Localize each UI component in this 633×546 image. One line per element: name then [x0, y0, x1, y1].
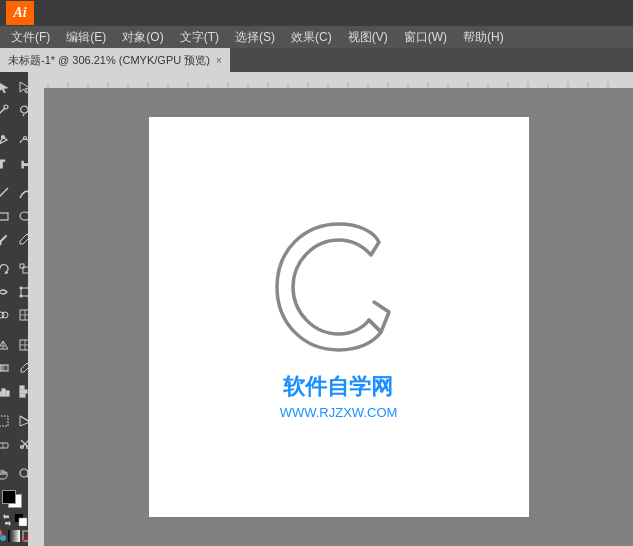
- live-paint-tool[interactable]: [14, 304, 28, 326]
- svg-rect-8: [0, 213, 8, 220]
- bar-graph-tool[interactable]: [14, 380, 28, 402]
- pencil-tool[interactable]: [14, 228, 28, 250]
- eraser-tool[interactable]: [0, 433, 14, 455]
- menu-window[interactable]: 窗口(W): [397, 27, 454, 48]
- rotate-tool[interactable]: [0, 258, 14, 280]
- perspective-grid-tool[interactable]: [0, 334, 14, 356]
- shape-builder-tool[interactable]: [0, 304, 14, 326]
- gradient-tool[interactable]: [0, 357, 14, 379]
- svg-line-7: [0, 188, 8, 198]
- svg-line-0: [0, 108, 5, 115]
- menu-view[interactable]: 视图(V): [341, 27, 395, 48]
- scale-tool[interactable]: [14, 258, 28, 280]
- svg-point-9: [20, 212, 28, 220]
- magic-wand-tool[interactable]: [0, 99, 14, 121]
- tool-group-gradient: [0, 357, 28, 379]
- svg-rect-34: [20, 394, 25, 397]
- c-logo: [259, 212, 419, 362]
- titlebar: Ai: [0, 0, 633, 26]
- document-tab[interactable]: 未标题-1* @ 306.21% (CMYK/GPU 预览) ×: [0, 48, 230, 72]
- svg-rect-53: [28, 72, 633, 88]
- eyedropper-tool[interactable]: [14, 357, 28, 379]
- tool-group-shape: [0, 205, 28, 227]
- ruler-left: [28, 88, 44, 546]
- svg-text:T: T: [20, 161, 28, 168]
- svg-rect-35: [0, 416, 8, 426]
- tool-group-magic: [0, 99, 28, 121]
- rectangle-tool[interactable]: [0, 205, 14, 227]
- svg-point-43: [20, 469, 28, 477]
- swap-colors-icon[interactable]: [1, 514, 13, 526]
- svg-point-1: [4, 105, 8, 109]
- color-swatches[interactable]: [2, 490, 26, 512]
- svg-rect-33: [20, 390, 27, 393]
- tabbar: 未标题-1* @ 306.21% (CMYK/GPU 预览) ×: [0, 48, 633, 72]
- vertical-type-tool[interactable]: T: [14, 152, 28, 174]
- menu-text[interactable]: 文字(T): [173, 27, 226, 48]
- tool-group-transform: [0, 258, 28, 280]
- column-graph-tool[interactable]: [0, 380, 14, 402]
- svg-rect-30: [2, 389, 5, 396]
- selection-tool[interactable]: [0, 76, 14, 98]
- tool-group-build: [0, 304, 28, 326]
- direct-selection-tool[interactable]: [14, 76, 28, 98]
- canvas-area: 软件自学网 WWW.RJZXW.COM: [28, 72, 633, 546]
- color-icons-row: [1, 514, 27, 526]
- tool-group-artboard: [0, 410, 28, 432]
- menu-effect[interactable]: 效果(C): [284, 27, 339, 48]
- svg-rect-37: [0, 443, 8, 448]
- toolbar: T T: [0, 72, 28, 546]
- slice-tool[interactable]: [14, 410, 28, 432]
- svg-point-49: [0, 535, 6, 541]
- line-tool[interactable]: [0, 182, 14, 204]
- svg-point-47: [0, 530, 2, 536]
- menu-file[interactable]: 文件(F): [4, 27, 57, 48]
- stroke-black-swatch[interactable]: [2, 490, 16, 504]
- tool-group-line: [0, 182, 28, 204]
- default-colors-icon[interactable]: [15, 514, 27, 526]
- menu-edit[interactable]: 编辑(E): [59, 27, 113, 48]
- svg-point-4: [24, 137, 27, 140]
- svg-rect-29: [0, 392, 1, 396]
- hand-tool[interactable]: [0, 463, 14, 485]
- color-icon[interactable]: [0, 530, 6, 542]
- scissors-tool[interactable]: [14, 433, 28, 455]
- tool-group-warp: [0, 281, 28, 303]
- svg-rect-32: [20, 386, 24, 389]
- color-area: [0, 486, 28, 546]
- type-tool[interactable]: T: [0, 152, 14, 174]
- svg-line-36: [20, 416, 28, 422]
- svg-line-2: [23, 114, 24, 116]
- artboard-tool[interactable]: [0, 410, 14, 432]
- svg-point-15: [20, 287, 22, 289]
- free-transform-tool[interactable]: [14, 281, 28, 303]
- gradient-icon[interactable]: [8, 530, 20, 542]
- menu-select[interactable]: 选择(S): [228, 27, 282, 48]
- pen-tool[interactable]: [0, 129, 14, 151]
- menubar: 文件(F) 编辑(E) 对象(O) 文字(T) 选择(S) 效果(C) 视图(V…: [0, 26, 633, 48]
- curvature-tool[interactable]: [14, 129, 28, 151]
- tool-group-paint: [0, 228, 28, 250]
- tool-group-graph: [0, 380, 28, 402]
- tool-group-nav: [0, 463, 28, 485]
- arc-tool[interactable]: [14, 182, 28, 204]
- tool-group-eraser: [0, 433, 28, 455]
- ellipse-tool[interactable]: [14, 205, 28, 227]
- svg-point-3: [2, 136, 5, 139]
- tab-close-button[interactable]: ×: [216, 55, 222, 66]
- svg-rect-84: [28, 88, 44, 546]
- svg-rect-46: [19, 518, 27, 526]
- lasso-tool[interactable]: [14, 99, 28, 121]
- watermark: 软件自学网 WWW.RJZXW.COM: [280, 370, 398, 423]
- warp-tool[interactable]: [0, 281, 14, 303]
- tool-group-selection: [0, 76, 28, 98]
- svg-point-20: [2, 312, 8, 318]
- zoom-tool[interactable]: [14, 463, 28, 485]
- watermark-url-text: WWW.RJZXW.COM: [280, 403, 398, 423]
- menu-help[interactable]: 帮助(H): [456, 27, 511, 48]
- menu-object[interactable]: 对象(O): [115, 27, 170, 48]
- paintbrush-tool[interactable]: [0, 228, 14, 250]
- mesh-tool[interactable]: [14, 334, 28, 356]
- ai-logo: Ai: [6, 1, 34, 25]
- watermark-main-text: 软件自学网: [280, 370, 398, 403]
